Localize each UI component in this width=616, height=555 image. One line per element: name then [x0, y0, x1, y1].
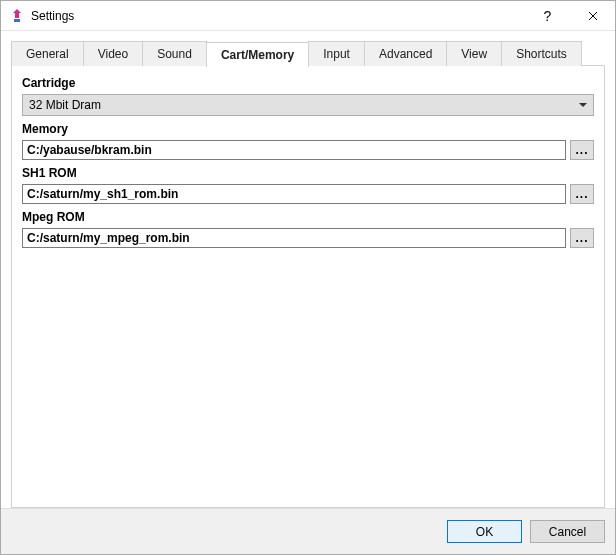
memory-path-input[interactable]	[22, 140, 566, 160]
tab-view[interactable]: View	[446, 41, 502, 66]
window-title: Settings	[31, 9, 74, 23]
dialog-footer: OK Cancel	[1, 508, 615, 554]
cartridge-value: 32 Mbit Dram	[29, 98, 101, 112]
sh1-label: SH1 ROM	[22, 166, 594, 180]
tab-video[interactable]: Video	[83, 41, 143, 66]
mpeg-browse-button[interactable]: ...	[570, 228, 594, 248]
app-icon	[9, 8, 25, 24]
memory-browse-button[interactable]: ...	[570, 140, 594, 160]
cartridge-select[interactable]: 32 Mbit Dram	[22, 94, 594, 116]
tab-advanced[interactable]: Advanced	[364, 41, 447, 66]
ok-button[interactable]: OK	[447, 520, 522, 543]
close-button[interactable]	[570, 1, 615, 31]
sh1-browse-button[interactable]: ...	[570, 184, 594, 204]
mpeg-label: Mpeg ROM	[22, 210, 594, 224]
tab-input[interactable]: Input	[308, 41, 365, 66]
help-button[interactable]: ?	[525, 1, 570, 31]
tab-sound[interactable]: Sound	[142, 41, 207, 66]
memory-label: Memory	[22, 122, 594, 136]
content-area: General Video Sound Cart/Memory Input Ad…	[1, 31, 615, 508]
mpeg-path-input[interactable]	[22, 228, 566, 248]
close-icon	[588, 11, 598, 21]
tab-bar: General Video Sound Cart/Memory Input Ad…	[11, 41, 605, 66]
chevron-down-icon	[579, 103, 587, 107]
titlebar: Settings ?	[1, 1, 615, 31]
cancel-button[interactable]: Cancel	[530, 520, 605, 543]
tab-general[interactable]: General	[11, 41, 84, 66]
tab-cart-memory[interactable]: Cart/Memory	[206, 42, 309, 67]
sh1-path-input[interactable]	[22, 184, 566, 204]
tab-shortcuts[interactable]: Shortcuts	[501, 41, 582, 66]
svg-rect-0	[14, 19, 20, 22]
tab-panel-cart-memory: Cartridge 32 Mbit Dram Memory ... SH1 RO…	[11, 65, 605, 508]
cartridge-label: Cartridge	[22, 76, 594, 90]
